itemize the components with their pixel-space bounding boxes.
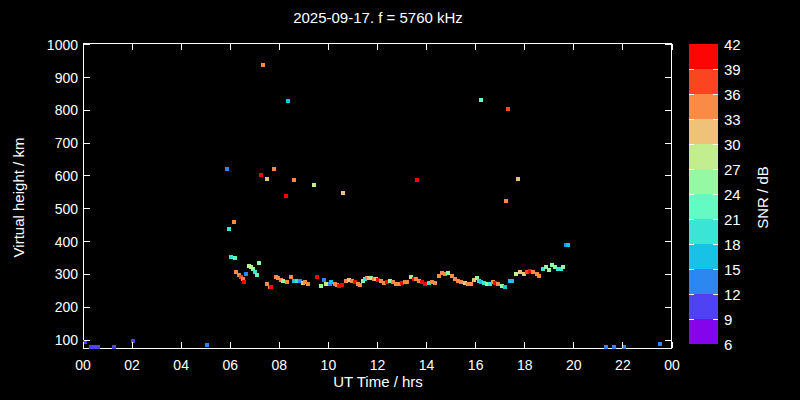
data-point [242, 280, 246, 284]
data-point [566, 243, 570, 247]
colorbar-tick [713, 244, 718, 245]
colorbar-tick [689, 169, 694, 170]
colorbar-tick-label: 33 [724, 111, 741, 128]
x-tick-mark [328, 44, 329, 50]
data-point [504, 199, 508, 203]
y-tick-label: 700 [38, 135, 78, 151]
y-tick-mark [84, 208, 90, 209]
data-point [510, 279, 514, 283]
x-tick-label: 04 [173, 357, 189, 373]
x-tick-label: 18 [517, 357, 533, 373]
x-tick-mark [672, 342, 673, 348]
colorbar-tick [713, 69, 718, 70]
data-point [112, 345, 116, 349]
x-tick-mark [622, 342, 623, 348]
y-tick-mark [665, 307, 671, 308]
colorbar-tick-label: 39 [724, 61, 741, 78]
y-tick-mark [84, 110, 90, 111]
data-point [469, 282, 473, 286]
data-point [232, 220, 236, 224]
data-point [269, 285, 273, 289]
data-point [292, 178, 296, 182]
y-tick-mark [665, 143, 671, 144]
y-tick-label: 1000 [38, 37, 78, 53]
x-tick-label: 08 [272, 357, 288, 373]
colorbar-tick-label: 18 [724, 236, 741, 253]
data-point [261, 63, 265, 67]
data-point [233, 256, 237, 260]
x-tick-mark [475, 44, 476, 50]
data-point [306, 282, 310, 286]
x-tick-mark [132, 44, 133, 50]
y-tick-mark [665, 77, 671, 78]
colorbar-tick [689, 94, 694, 95]
y-tick-mark [84, 175, 90, 176]
colorbar-tick-label: 24 [724, 186, 741, 203]
data-point [285, 280, 289, 284]
x-tick-mark [279, 342, 280, 348]
data-point [259, 173, 263, 177]
colorbar-axis-label: SNR / dB [754, 148, 771, 248]
data-point [506, 107, 510, 111]
y-tick-mark [665, 241, 671, 242]
y-tick-mark [84, 340, 90, 341]
data-point [340, 283, 344, 287]
x-tick-label: 16 [468, 357, 484, 373]
x-tick-mark [377, 44, 378, 50]
colorbar [689, 44, 718, 344]
x-tick-label: 20 [566, 357, 582, 373]
data-point [312, 183, 316, 187]
x-tick-mark [622, 44, 623, 50]
x-tick-mark [181, 342, 182, 348]
colorbar-segment [689, 44, 718, 69]
x-tick-mark [524, 342, 525, 348]
data-point [503, 285, 507, 289]
data-point [415, 178, 419, 182]
data-point [265, 177, 269, 181]
data-point [658, 342, 662, 346]
x-axis-label: UT Time / hrs [333, 373, 423, 390]
x-tick-mark [475, 342, 476, 348]
colorbar-segment [689, 169, 718, 194]
colorbar-tick [713, 219, 718, 220]
data-point [229, 255, 233, 259]
colorbar-tick [713, 269, 718, 270]
data-point [433, 281, 437, 285]
colorbar-tick-label: 30 [724, 136, 741, 153]
colorbar-tick [689, 294, 694, 295]
colorbar-segment [689, 319, 718, 344]
x-tick-label: 14 [419, 357, 435, 373]
colorbar-segment [689, 219, 718, 244]
colorbar-tick [713, 294, 718, 295]
data-point [257, 261, 261, 265]
colorbar-tick [689, 269, 694, 270]
y-tick-mark [84, 274, 90, 275]
colorbar-tick [713, 319, 718, 320]
colorbar-tick [689, 194, 694, 195]
colorbar-tick [713, 119, 718, 120]
data-point [405, 280, 409, 284]
colorbar-tick [713, 169, 718, 170]
plot-area [83, 43, 672, 349]
x-tick-mark [524, 44, 525, 50]
colorbar-segment [689, 269, 718, 294]
data-point [255, 273, 259, 277]
data-point [604, 345, 608, 349]
chart-title: 2025-09-17. f = 5760 kHz [293, 9, 463, 26]
data-point [225, 167, 229, 171]
data-point [358, 283, 362, 287]
y-tick-label: 500 [38, 201, 78, 217]
data-point [479, 98, 483, 102]
x-tick-label: 22 [615, 357, 631, 373]
colorbar-tick [689, 119, 694, 120]
y-tick-label: 100 [38, 332, 78, 348]
colorbar-tick [689, 144, 694, 145]
colorbar-tick-label: 36 [724, 86, 741, 103]
x-tick-label: 06 [222, 357, 238, 373]
data-point [319, 284, 323, 288]
colorbar-segment [689, 144, 718, 169]
data-point [227, 227, 231, 231]
data-point [315, 275, 319, 279]
y-tick-mark [84, 307, 90, 308]
colorbar-segment [689, 194, 718, 219]
